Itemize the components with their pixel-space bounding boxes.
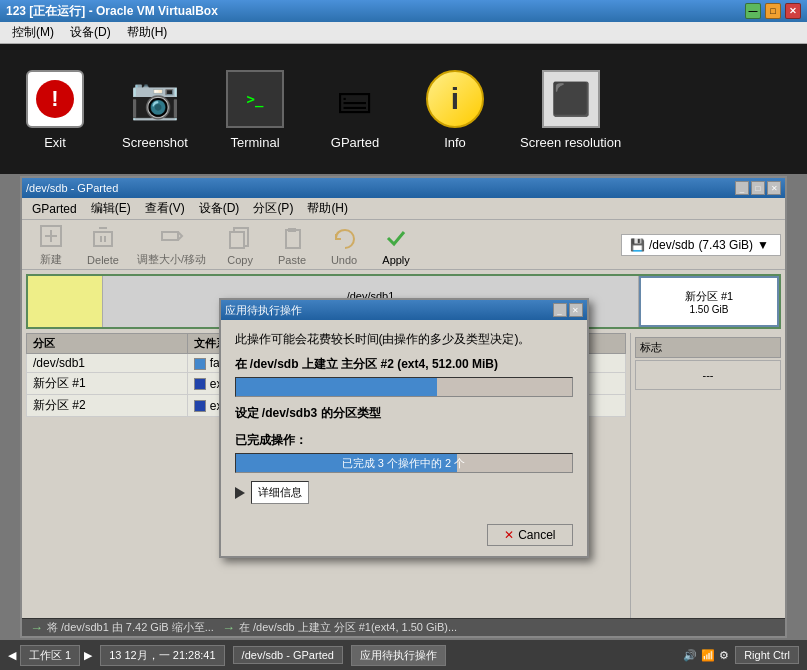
gparted-icon: 🖴: [325, 69, 385, 129]
launcher-terminal-label: Terminal: [230, 135, 279, 150]
modal-section1-title: 在 /dev/sdb 上建立 主分区 #2 (ext4, 512.00 MiB): [235, 356, 573, 373]
taskbar-gparted-task[interactable]: /dev/sdb - GParted: [233, 646, 343, 664]
taskbar: ◀ 工作区 1 ▶ 13 12月，一 21:28:41 /dev/sdb - G…: [0, 640, 807, 670]
details-expand-icon[interactable]: [235, 487, 245, 499]
launcher-exit[interactable]: ! Exit: [20, 69, 90, 150]
menu-control[interactable]: 控制(M): [4, 22, 62, 43]
terminal-icon: >_: [225, 69, 285, 129]
launcher-gparted[interactable]: 🖴 GParted: [320, 69, 390, 150]
launcher-resolution[interactable]: ⬛ Screen resolution: [520, 69, 621, 150]
workspace-section: ◀ 工作区 1 ▶: [8, 645, 92, 666]
launcher-screenshot-label: Screenshot: [122, 135, 188, 150]
close-button[interactable]: ✕: [785, 3, 801, 19]
modal-description: 此操作可能会花费较长时间(由操作的多少及类型决定)。: [235, 330, 573, 348]
resolution-icon: ⬛: [541, 69, 601, 129]
modal-progress-bar-1: [235, 377, 573, 397]
completed-section: 已完成操作： 已完成 3 个操作中的 2 个: [235, 432, 573, 473]
info-icon: i: [425, 69, 485, 129]
modal-dialog: 应用待执行操作 _ ✕ 此操作可能会花费较长时间(由操作的多少及类型决定)。 在…: [219, 298, 589, 558]
sys-icon-3: ⚙: [719, 649, 729, 662]
menu-devices[interactable]: 设备(D): [62, 22, 119, 43]
launcher-terminal[interactable]: >_ Terminal: [220, 69, 290, 150]
taskbar-pending-task[interactable]: 应用待执行操作: [351, 645, 446, 666]
completed-label: 已完成操作：: [235, 432, 573, 449]
progress-fill-1: [236, 378, 438, 396]
cancel-icon: ✕: [504, 528, 514, 542]
modal-minimize-button[interactable]: _: [553, 303, 567, 317]
maximize-button[interactable]: □: [765, 3, 781, 19]
launcher-gparted-label: GParted: [331, 135, 379, 150]
minimize-button[interactable]: —: [745, 3, 761, 19]
workspace-prev[interactable]: ◀: [8, 649, 16, 662]
window-titlebar: 123 [正在运行] - Oracle VM VirtualBox — □ ✕: [0, 0, 807, 22]
cancel-button[interactable]: ✕ Cancel: [487, 524, 572, 546]
taskbar-right: 🔊 📶 ⚙ Right Ctrl: [683, 646, 799, 664]
workspace-label[interactable]: 工作区 1: [20, 645, 80, 666]
app-menubar: 控制(M) 设备(D) 帮助(H): [0, 22, 807, 44]
gparted-window: /dev/sdb - GParted _ □ ✕ GParted 编辑(E) 查…: [20, 176, 787, 638]
launcher-screenshot[interactable]: 📷 Screenshot: [120, 69, 190, 150]
modal-title: 应用待执行操作: [225, 303, 302, 318]
details-row: 详细信息: [235, 481, 573, 504]
window-title: 123 [正在运行] - Oracle VM VirtualBox: [6, 3, 218, 20]
menu-help[interactable]: 帮助(H): [119, 22, 176, 43]
modal-close-button[interactable]: ✕: [569, 303, 583, 317]
modal-footer: ✕ Cancel: [221, 518, 587, 556]
launcher-bar: ! Exit 📷 Screenshot >_ Terminal 🖴 GParte…: [0, 44, 807, 174]
progress-text: 已完成 3 个操作中的 2 个: [236, 454, 572, 472]
workspace-next[interactable]: ▶: [84, 649, 92, 662]
cancel-label: Cancel: [518, 528, 555, 542]
details-label: 详细信息: [258, 486, 302, 498]
launcher-info-label: Info: [444, 135, 466, 150]
launcher-resolution-label: Screen resolution: [520, 135, 621, 150]
taskbar-datetime: 13 12月，一 21:28:41: [100, 645, 224, 666]
launcher-exit-label: Exit: [44, 135, 66, 150]
modal-progress-bar-2: 已完成 3 个操作中的 2 个: [235, 453, 573, 473]
exit-icon: !: [25, 69, 85, 129]
sys-icon-2: 📶: [701, 649, 715, 662]
modal-titlebar: 应用待执行操作 _ ✕: [221, 300, 587, 320]
right-ctrl-label: Right Ctrl: [735, 646, 799, 664]
launcher-info[interactable]: i Info: [420, 69, 490, 150]
modal-overlay: 应用待执行操作 _ ✕ 此操作可能会花费较长时间(由操作的多少及类型决定)。 在…: [22, 178, 785, 636]
main-content: /dev/sdb - GParted _ □ ✕ GParted 编辑(E) 查…: [0, 174, 807, 640]
modal-content: 此操作可能会花费较长时间(由操作的多少及类型决定)。 在 /dev/sdb 上建…: [221, 320, 587, 518]
details-box[interactable]: 详细信息: [251, 481, 309, 504]
modal-section2-title: 设定 /dev/sdb3 的分区类型: [235, 405, 573, 422]
sys-icon-1: 🔊: [683, 649, 697, 662]
window-controls: — □ ✕: [745, 3, 801, 19]
screenshot-icon: 📷: [125, 69, 185, 129]
